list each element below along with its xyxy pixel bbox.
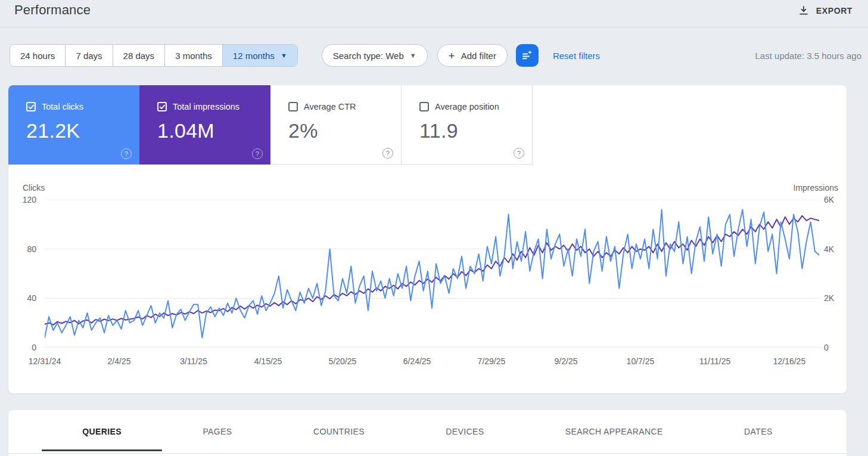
metric-cards-row: Total clicks 21.2K ? Total impressions 1… xyxy=(8,85,847,165)
x-axis-tick-label: 2/4/25 xyxy=(92,356,146,366)
performance-panel: Total clicks 21.2K ? Total impressions 1… xyxy=(8,85,847,393)
performance-page: Performance EXPORT 24 hours7 days28 days… xyxy=(0,0,868,456)
metric-card-total-impressions[interactable]: Total impressions 1.04M ? xyxy=(139,85,270,165)
x-axis-tick-label: 12/16/25 xyxy=(763,356,816,366)
x-axis-tick-label: 3/11/25 xyxy=(167,356,220,366)
chevron-down-icon: ▼ xyxy=(410,52,416,59)
search-type-label: Search type: Web xyxy=(333,51,404,61)
filter-settings-button[interactable] xyxy=(516,44,539,67)
metric-label: Total clicks xyxy=(42,102,83,111)
chevron-down-icon: ▼ xyxy=(281,52,287,59)
right-axis-title: Impressions xyxy=(794,183,838,193)
last-update-text: Last update: 3.5 hours ago xyxy=(755,51,861,61)
date-range-12-months[interactable]: 12 months▼ xyxy=(223,45,297,66)
dimension-tabs-panel: QUERIESPAGESCOUNTRIESDEVICESSEARCH APPEA… xyxy=(8,410,847,456)
header-divider xyxy=(0,27,868,27)
date-range-label: 28 days xyxy=(123,51,155,61)
export-button[interactable]: EXPORT xyxy=(796,2,855,20)
left-axis-tick-label: 40 xyxy=(8,293,41,303)
right-axis-tick-label: 0 xyxy=(824,342,856,353)
date-range-3-months[interactable]: 3 months xyxy=(165,45,223,66)
help-icon[interactable]: ? xyxy=(252,148,263,159)
metric-label: Average CTR xyxy=(304,102,356,111)
right-axis-tick-label: 2K xyxy=(824,293,856,303)
x-axis-tick-label: 6/24/25 xyxy=(390,356,444,366)
x-axis-tick-label: 5/20/25 xyxy=(316,356,369,366)
download-icon xyxy=(798,5,809,16)
checkbox-unchecked-icon xyxy=(419,102,429,111)
help-icon[interactable]: ? xyxy=(121,148,132,159)
page-title: Performance xyxy=(14,2,91,18)
left-axis-title: Clicks xyxy=(23,183,45,193)
filter-sparkle-icon xyxy=(521,49,534,62)
left-axis-tick-label: 80 xyxy=(8,244,41,255)
metric-value: 21.2K xyxy=(26,119,139,142)
tab-queries[interactable]: QUERIES xyxy=(75,410,129,453)
performance-chart: Clicks Impressions 12080400 6K4K2K0 12/3… xyxy=(8,165,847,393)
date-range-label: 3 months xyxy=(175,51,212,61)
x-axis-tick-label: 9/2/25 xyxy=(539,356,593,366)
clicks-series-line xyxy=(45,210,819,338)
dimension-tabs: QUERIESPAGESCOUNTRIESDEVICESSEARCH APPEA… xyxy=(8,410,847,454)
date-range-7-days[interactable]: 7 days xyxy=(66,45,113,66)
metric-card-average-ctr[interactable]: Average CTR 2% ? xyxy=(270,85,402,165)
x-axis-tick-label: 10/7/25 xyxy=(614,356,667,366)
add-filter-label: Add filter xyxy=(461,51,496,61)
left-axis-tick-label: 120 xyxy=(8,194,41,205)
date-range-label: 12 months xyxy=(233,51,275,61)
date-range-group: 24 hours7 days28 days3 months12 months▼ xyxy=(10,44,298,67)
metric-value: 11.9 xyxy=(419,119,532,142)
right-axis-tick-label: 4K xyxy=(824,244,856,255)
x-axis-tick-label: 12/31/24 xyxy=(18,356,71,366)
metric-label: Total impressions xyxy=(173,102,239,111)
checkbox-checked-icon xyxy=(157,102,167,111)
tab-pages[interactable]: PAGES xyxy=(195,410,239,453)
search-type-dropdown[interactable]: Search type: Web ▼ xyxy=(322,44,428,67)
date-range-28-days[interactable]: 28 days xyxy=(113,45,166,66)
help-icon[interactable]: ? xyxy=(382,148,393,159)
metric-card-average-position[interactable]: Average position 11.9 ? xyxy=(402,85,533,165)
export-label: EXPORT xyxy=(816,6,853,15)
metric-card-total-clicks[interactable]: Total clicks 21.2K ? xyxy=(8,85,139,165)
metric-value: 1.04M xyxy=(157,119,270,142)
filter-bar: 24 hours7 days28 days3 months12 months▼ … xyxy=(10,44,861,67)
date-range-label: 24 hours xyxy=(20,51,55,61)
metric-value: 2% xyxy=(288,119,401,142)
metric-label: Average position xyxy=(435,102,499,111)
help-icon[interactable]: ? xyxy=(514,148,524,159)
tab-dates[interactable]: DATES xyxy=(737,410,780,453)
tab-search-appearance[interactable]: SEARCH APPEARANCE xyxy=(558,410,670,453)
reset-filters-link[interactable]: Reset filters xyxy=(553,51,600,61)
checkbox-checked-icon xyxy=(26,102,36,111)
x-axis-tick-label: 4/15/25 xyxy=(241,356,295,366)
left-axis-tick-label: 0 xyxy=(8,342,41,353)
right-axis-tick-label: 6K xyxy=(824,194,856,205)
chart-plot-area[interactable] xyxy=(45,200,819,348)
x-axis-tick-label: 11/11/25 xyxy=(688,356,742,366)
checkbox-unchecked-icon xyxy=(288,102,298,111)
x-axis-tick-label: 7/29/25 xyxy=(465,356,518,366)
tab-devices[interactable]: DEVICES xyxy=(438,410,491,453)
add-filter-button[interactable]: + Add filter xyxy=(437,44,508,67)
date-range-24-hours[interactable]: 24 hours xyxy=(10,45,66,66)
date-range-label: 7 days xyxy=(76,51,102,61)
plus-icon: + xyxy=(449,50,455,61)
tab-countries[interactable]: COUNTRIES xyxy=(306,410,372,453)
